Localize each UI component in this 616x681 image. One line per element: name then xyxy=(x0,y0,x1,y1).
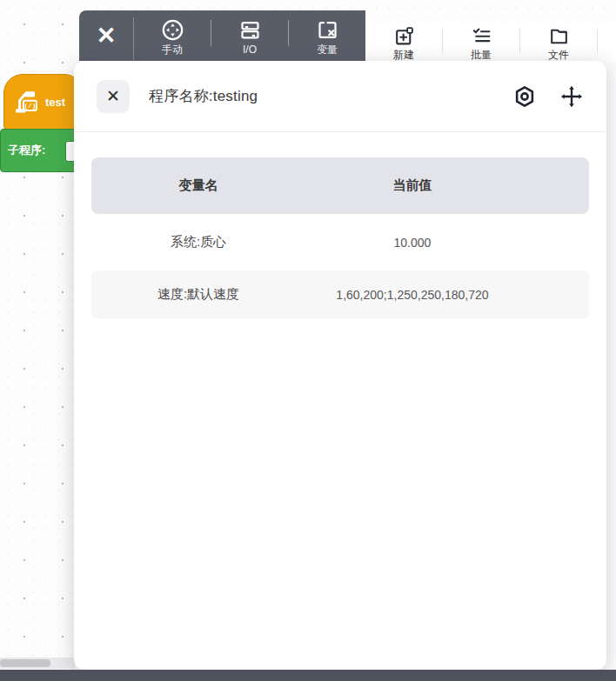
dialog-header: ✕ 程序名称:testing xyxy=(74,61,606,132)
dialog-body: 变量名 当前值 系统:质心 10.000 速度:默认速度 1,60,200;1,… xyxy=(74,132,606,318)
scrollbar-thumb[interactable] xyxy=(0,659,50,667)
table-header-row: 变量名 当前值 xyxy=(91,157,589,214)
program-hat-block[interactable]: (/) test xyxy=(3,74,84,130)
toolbar-button-manual[interactable]: 手动 xyxy=(134,10,211,61)
close-icon: ✕ xyxy=(97,22,117,50)
horizontal-scrollbar[interactable] xyxy=(0,658,75,669)
toolbar-label-manual: 手动 xyxy=(162,44,183,55)
settings-nut-icon[interactable] xyxy=(512,84,537,109)
toolbar-button-file[interactable]: 文件 xyxy=(520,22,597,63)
dialog-title: 程序名称:testing xyxy=(149,86,258,106)
toolbar-label-variables: 变量 xyxy=(317,44,338,55)
toolbar-close-button[interactable]: ✕ xyxy=(79,10,133,61)
program-variables-dialog: ✕ 程序名称:testing 变量名 当前值 系统:质心 xyxy=(74,61,606,670)
column-header-variable-name: 变量名 xyxy=(91,177,305,194)
toolbar-label-io: I/O xyxy=(243,44,257,55)
toolbar-light: 新建 批量 文件 xyxy=(365,22,616,63)
hat-block-label: test xyxy=(45,96,65,109)
toolbar-button-variables[interactable]: 变量 xyxy=(289,10,365,61)
subprogram-block[interactable]: 子程序: xyxy=(0,129,84,172)
toolbar-button-new[interactable]: 新建 xyxy=(365,22,442,63)
toolbar-label-batch: 批量 xyxy=(471,50,492,60)
new-file-icon xyxy=(393,25,415,47)
variable-value: 1,60,200;1,250,250,180,720 xyxy=(305,288,519,302)
subprogram-label: 子程序: xyxy=(8,143,45,158)
dialog-close-button[interactable]: ✕ xyxy=(97,80,130,113)
variable-window-icon xyxy=(316,18,339,42)
bottom-status-bar xyxy=(0,670,616,681)
manual-jog-icon xyxy=(161,18,184,42)
batch-checklist-icon xyxy=(471,25,492,47)
io-ports-icon xyxy=(238,18,262,42)
toolbar-divider xyxy=(597,29,598,53)
toolbar-label-new: 新建 xyxy=(393,50,414,60)
toolbar-button-batch[interactable]: 批量 xyxy=(443,22,519,63)
toolbar-label-file: 文件 xyxy=(548,50,569,60)
folder-icon xyxy=(548,25,570,47)
variables-table: 变量名 当前值 系统:质心 10.000 速度:默认速度 1,60,200;1,… xyxy=(91,157,589,318)
robot-arm-icon: (/) xyxy=(13,89,39,115)
svg-text:(/): (/) xyxy=(23,103,36,110)
variable-name: 速度:默认速度 xyxy=(91,286,305,303)
move-drag-icon[interactable] xyxy=(559,84,584,109)
table-row[interactable]: 速度:默认速度 1,60,200;1,250,250,180,720 xyxy=(91,270,589,318)
close-icon: ✕ xyxy=(106,86,120,106)
toolbar-button-io[interactable]: I/O xyxy=(211,10,288,61)
table-row[interactable]: 系统:质心 10.000 xyxy=(91,214,589,270)
toolbar-dark: ✕ 手动 I/O 变量 xyxy=(79,10,365,61)
variable-value: 10.000 xyxy=(305,236,519,250)
variable-name: 系统:质心 xyxy=(91,234,305,250)
column-header-current-value: 当前值 xyxy=(305,177,519,194)
